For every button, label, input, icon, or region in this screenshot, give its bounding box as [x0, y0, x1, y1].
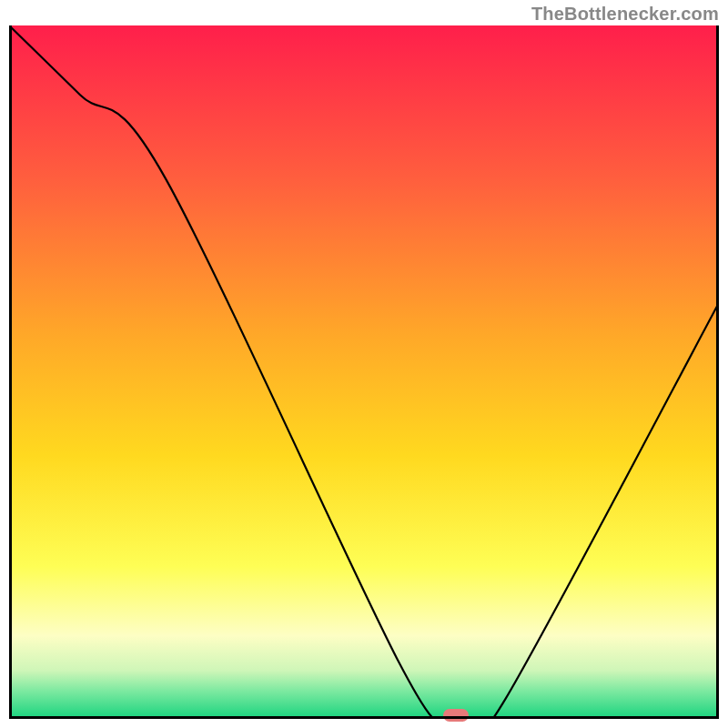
attribution-label: TheBottlenecker.com [531, 4, 719, 25]
bottleneck-chart: TheBottlenecker.com [0, 0, 728, 728]
bottleneck-curve-path [9, 25, 719, 719]
axis-right [716, 25, 719, 719]
axis-left [9, 25, 12, 719]
axis-bottom [9, 716, 719, 719]
plot-area [9, 25, 719, 719]
curve-layer [9, 25, 719, 719]
